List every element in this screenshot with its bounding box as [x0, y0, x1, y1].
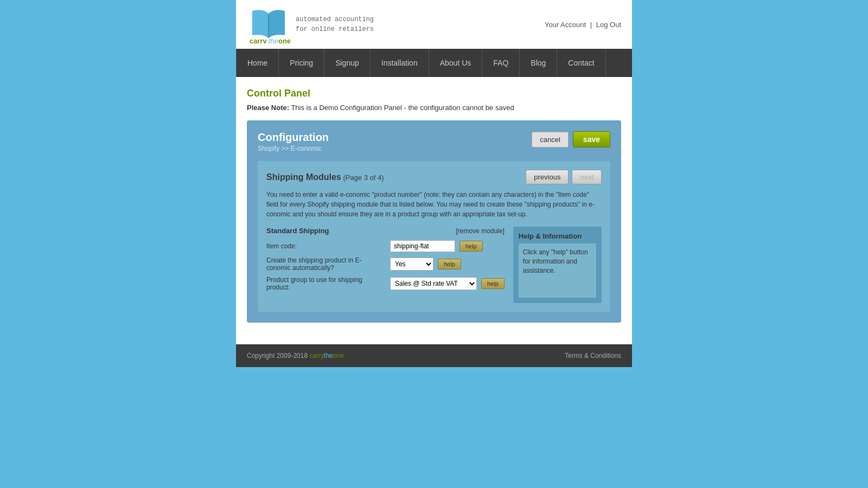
main-column: Standard Shipping [remove module] Item c…: [266, 227, 505, 303]
section-header: Shipping Modules (Page 3 of 4) previous …: [266, 170, 602, 184]
logo-icon: carry the one: [247, 5, 290, 43]
cancel-button[interactable]: cancel: [532, 132, 569, 147]
inner-config-box: Shipping Modules (Page 3 of 4) previous …: [258, 161, 610, 312]
nav-blog[interactable]: Blog: [520, 49, 557, 77]
section-description: You need to enter a valid e-conomic "pro…: [266, 190, 602, 219]
config-title: Configuration: [258, 131, 329, 144]
brand-one: one.: [333, 352, 346, 359]
product-group-select[interactable]: Sales @ Std rate VAT: [390, 277, 477, 290]
item-code-label: Item code:: [266, 242, 386, 250]
config-actions: cancel save: [532, 131, 610, 147]
help-title: Help & Information: [519, 232, 596, 240]
logo-area: carry the one automated accounting for o…: [247, 5, 374, 43]
help-content: Click any "help" button for information …: [519, 243, 596, 298]
svg-text:the: the: [269, 37, 278, 43]
product-group-label: Product group to use for shipping produc…: [266, 276, 386, 291]
item-code-row: Item code: help: [266, 240, 505, 252]
page-title: Control Panel: [247, 88, 621, 99]
module-header: Standard Shipping [remove module]: [266, 227, 505, 235]
brand-carry: carry: [309, 352, 324, 359]
config-header: Configuration Shopify >> E-conomic cance…: [258, 131, 610, 152]
help-box: Help & Information Click any "help" butt…: [513, 227, 602, 303]
remove-module-link[interactable]: [remove module]: [456, 227, 504, 235]
auto-create-help-button[interactable]: help: [438, 259, 461, 269]
nav-signup[interactable]: Signup: [324, 49, 371, 77]
module-title: Standard Shipping: [266, 227, 329, 235]
save-button[interactable]: save: [573, 131, 610, 147]
page-indicator: (Page 3 of 4): [343, 174, 384, 182]
auto-create-label: Create the shipping product in E-conomic…: [266, 256, 386, 272]
product-group-help-button[interactable]: help: [481, 278, 505, 289]
site-header: carry the one automated accounting for o…: [236, 0, 632, 49]
main-content: Control Panel Please Note: This is a Dem…: [236, 77, 632, 344]
previous-button[interactable]: previous: [526, 170, 569, 184]
auto-create-select[interactable]: Yes No: [390, 258, 433, 271]
item-code-help-button[interactable]: help: [459, 241, 483, 252]
auto-create-row: Create the shipping product in E-conomic…: [266, 256, 505, 272]
product-group-row: Product group to use for shipping produc…: [266, 276, 505, 291]
nav-faq[interactable]: FAQ: [482, 49, 520, 77]
svg-text:one: one: [278, 37, 290, 43]
terms-link[interactable]: Terms & Conditions: [565, 352, 621, 359]
footer-copyright: Copyright 2009-2018 carrytheone.: [247, 352, 346, 359]
section-title: Shipping Modules: [266, 172, 341, 182]
config-title-area: Configuration Shopify >> E-conomic: [258, 131, 329, 152]
item-code-input[interactable]: [390, 240, 455, 252]
two-column-layout: Standard Shipping [remove module] Item c…: [266, 227, 602, 303]
nav-installation[interactable]: Installation: [371, 49, 429, 77]
nav-pricing[interactable]: Pricing: [279, 49, 324, 77]
config-breadcrumb: Shopify >> E-conomic: [258, 145, 329, 152]
help-column: Help & Information Click any "help" butt…: [513, 227, 602, 303]
your-account-link[interactable]: Your Account: [545, 21, 586, 29]
demo-notice: Please Note: This is a Demo Configuratio…: [247, 104, 621, 112]
section-title-area: Shipping Modules (Page 3 of 4): [266, 172, 384, 182]
config-panel: Configuration Shopify >> E-conomic cance…: [247, 120, 621, 323]
header-links: Your Account | Log Out: [545, 21, 621, 29]
logo-tagline: automated accounting for online retailer…: [296, 15, 374, 34]
logout-link[interactable]: Log Out: [596, 21, 621, 29]
brand-the: the: [324, 352, 333, 359]
site-footer: Copyright 2009-2018 carrytheone. Terms &…: [236, 344, 632, 367]
nav-about[interactable]: About Us: [429, 49, 483, 77]
navigation: Home Pricing Signup Installation About U…: [236, 49, 632, 77]
nav-buttons: previous next: [526, 170, 602, 184]
nav-home[interactable]: Home: [236, 49, 279, 77]
nav-contact[interactable]: Contact: [557, 49, 605, 77]
svg-text:carry: carry: [250, 37, 267, 43]
next-button[interactable]: next: [572, 170, 602, 184]
